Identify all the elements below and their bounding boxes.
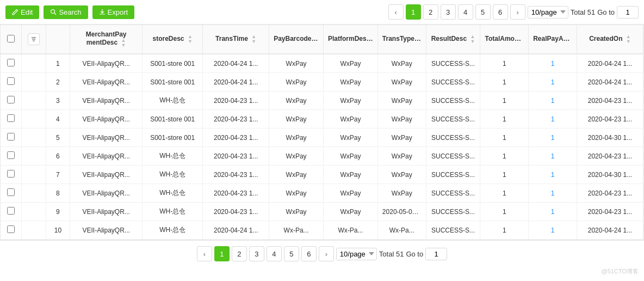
realpay-link[interactable]: 1 — [551, 171, 555, 179]
row-filter-cell — [22, 221, 46, 240]
row-platform: WxPay — [324, 147, 378, 166]
row-platform: WxPay — [324, 73, 378, 91]
edit-button[interactable]: Edit — [5, 5, 39, 19]
realpay-link[interactable]: 1 — [551, 190, 555, 197]
row-result: SUCCESS-S... — [426, 73, 480, 91]
row-checkbox-cell — [1, 91, 22, 110]
page-2-button-bottom[interactable]: 2 — [232, 246, 247, 261]
row-checkbox[interactable] — [7, 114, 15, 122]
row-checkbox-cell — [1, 110, 22, 129]
row-num: 9 — [46, 203, 70, 221]
goto-input[interactable] — [617, 6, 639, 19]
row-totalamt: 1 — [480, 203, 529, 221]
row-merchant: VEII-AlipayQR... — [70, 147, 143, 166]
result-sort[interactable]: ▲▼ — [470, 34, 475, 44]
row-result: SUCCESS-S... — [426, 184, 480, 203]
realpay-link[interactable]: 1 — [551, 134, 555, 142]
per-page-select[interactable]: 10/page 20/page 50/page — [528, 6, 568, 19]
merchant-header: MerchantPaymentDesc ▲▼ ➜ — [70, 25, 143, 54]
table-row: 5 VEII-AlipayQR... S001-store 001 2020-0… — [1, 129, 643, 147]
row-store: WH-总仓 — [143, 147, 203, 166]
row-num: 1 — [46, 54, 70, 73]
prev-page-button[interactable]: ‹ — [388, 4, 404, 20]
realpay-link[interactable]: 1 — [551, 97, 555, 105]
row-platform: Wx-Pa... — [324, 221, 378, 240]
row-totalamt: 1 — [480, 110, 529, 129]
page-1-button[interactable]: 1 — [406, 4, 421, 20]
prev-page-button-bottom[interactable]: ‹ — [197, 246, 212, 261]
row-num: 5 — [46, 129, 70, 147]
page-3-button-bottom[interactable]: 3 — [249, 246, 264, 261]
svg-line-1 — [54, 13, 56, 15]
row-checkbox[interactable] — [7, 96, 15, 103]
page-1-button-bottom[interactable]: 1 — [214, 246, 230, 261]
page-6-button[interactable]: 6 — [493, 4, 508, 20]
merchant-sort[interactable]: ▲▼ — [121, 38, 126, 48]
row-checkbox[interactable] — [7, 151, 15, 159]
row-platform: WxPay — [324, 54, 378, 73]
transtime-sort[interactable]: ▲▼ — [251, 34, 256, 44]
row-checkbox[interactable] — [7, 188, 15, 196]
per-page-select-bottom[interactable]: 10/page 20/page 50/page — [336, 248, 377, 260]
total-info: Total 51 — [571, 8, 596, 16]
row-paybarcode: WxPay — [269, 147, 324, 166]
row-created: 2020-04-24 1... — [577, 73, 643, 91]
row-transtype: Wx-Pa... — [377, 221, 426, 240]
table-row: 2 VEII-AlipayQR... S001-store 001 2020-0… — [1, 73, 643, 91]
realpay-link[interactable]: 1 — [551, 115, 555, 123]
export-button[interactable]: Export — [92, 5, 135, 19]
row-store: S001-store 001 — [143, 54, 203, 73]
page-5-button-bottom[interactable]: 5 — [284, 246, 299, 261]
next-page-button-bottom[interactable]: › — [319, 246, 334, 261]
row-created: 2020-04-24 1... — [577, 221, 643, 240]
page-5-button[interactable]: 5 — [475, 4, 491, 20]
row-merchant: VEII-AlipayQR... — [70, 54, 143, 73]
row-realpay: 1 — [529, 166, 577, 184]
row-platform: WxPay — [324, 166, 378, 184]
row-merchant: VEII-AlipayQR... — [70, 184, 143, 203]
row-store: S001-store 001 — [143, 129, 203, 147]
row-checkbox[interactable] — [7, 77, 15, 85]
row-filter-cell — [22, 54, 46, 73]
row-filter-cell — [22, 73, 46, 91]
row-checkbox[interactable] — [7, 170, 15, 178]
select-all-checkbox[interactable] — [7, 35, 15, 42]
row-result: SUCCESS-S... — [426, 91, 480, 110]
page-3-button[interactable]: 3 — [441, 4, 456, 20]
search-button[interactable]: Search — [44, 5, 88, 19]
page-4-button-bottom[interactable]: 4 — [267, 246, 282, 261]
filter-icon[interactable] — [28, 33, 40, 45]
store-sort[interactable]: ▲▼ — [188, 34, 193, 44]
row-realpay: 1 — [529, 54, 577, 73]
realpay-link[interactable]: 1 — [551, 78, 555, 86]
realpay-link[interactable]: 1 — [551, 60, 555, 68]
row-checkbox[interactable] — [7, 225, 15, 233]
row-created: 2020-04-24 1... — [577, 54, 643, 73]
page-4-button[interactable]: 4 — [458, 4, 473, 20]
created-sort[interactable]: ▲▼ — [626, 34, 631, 44]
row-filter-cell — [22, 110, 46, 129]
row-paybarcode: Wx-Pa... — [269, 221, 324, 240]
realpay-link[interactable]: 1 — [551, 208, 555, 216]
row-checkbox[interactable] — [7, 59, 15, 66]
row-result: SUCCESS-S... — [426, 147, 480, 166]
row-checkbox[interactable] — [7, 207, 15, 215]
row-platform: WxPay — [324, 91, 378, 110]
row-checkbox-cell — [1, 203, 22, 221]
row-paybarcode: WxPay — [269, 203, 324, 221]
row-realpay: 1 — [529, 184, 577, 203]
row-filter-cell — [22, 129, 46, 147]
platform-sort[interactable]: ▲▼ — [374, 34, 378, 44]
realpay-link[interactable]: 1 — [551, 227, 555, 234]
row-realpay: 1 — [529, 110, 577, 129]
row-totalamt: 1 — [480, 91, 529, 110]
goto-label: Go to — [597, 8, 615, 16]
realpay-link[interactable]: 1 — [551, 152, 555, 160]
next-page-button[interactable]: › — [510, 4, 525, 20]
row-transtype: WxPay — [377, 184, 426, 203]
row-paybarcode: WxPay — [269, 129, 324, 147]
page-6-button-bottom[interactable]: 6 — [301, 246, 317, 261]
goto-input-bottom[interactable] — [425, 248, 447, 260]
page-2-button[interactable]: 2 — [423, 4, 438, 20]
row-checkbox[interactable] — [7, 133, 15, 140]
